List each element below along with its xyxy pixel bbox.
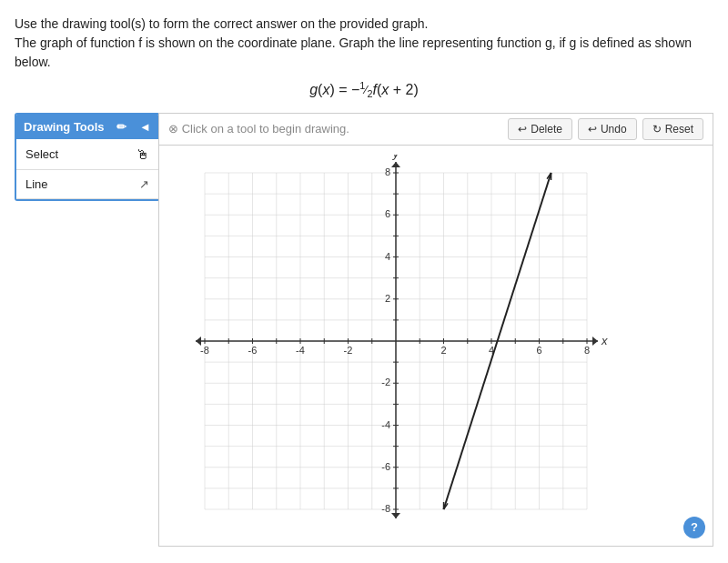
equation-display: g(x) = −1⁄2f(x + 2) — [309, 82, 419, 97]
pencil-icon: ✏ — [116, 120, 126, 134]
line-icon: ↗ — [139, 177, 149, 191]
toolbar-hint: ⊗ Click on a tool to begin drawing. — [168, 122, 502, 136]
collapse-icon[interactable]: ◄ — [139, 120, 151, 134]
graph-toolbar: ⊗ Click on a tool to begin drawing. ↩ De… — [158, 113, 713, 145]
line-tool-label: Line — [25, 177, 48, 191]
drawing-tools-title: Drawing Tools — [24, 120, 105, 134]
graph-area[interactable]: ? — [158, 145, 713, 547]
delete-icon: ↩ — [518, 123, 527, 136]
delete-button[interactable]: ↩ Delete — [508, 118, 572, 140]
line-tool[interactable]: Line ↗ — [16, 170, 158, 199]
reset-icon: ↻ — [652, 123, 662, 136]
drawing-tools-panel: Drawing Tools ✏ ◄ Select 🖱 Line ↗ — [15, 113, 160, 201]
drawing-tools-header: Drawing Tools ✏ ◄ — [16, 115, 158, 139]
undo-button[interactable]: ↩ Undo — [578, 118, 637, 140]
select-tool-label: Select — [25, 147, 58, 161]
coordinate-graph[interactable] — [168, 155, 614, 537]
instruction-line1: Use the drawing tool(s) to form the corr… — [15, 15, 713, 34]
instruction-line2: The graph of function f is shown on the … — [15, 34, 713, 72]
reset-button[interactable]: ↻ Reset — [642, 118, 703, 140]
cursor-icon: 🖱 — [136, 146, 149, 162]
circle-x-icon: ⊗ — [168, 122, 178, 136]
select-tool[interactable]: Select 🖱 — [16, 139, 158, 170]
help-button[interactable]: ? — [683, 517, 705, 538]
undo-icon: ↩ — [588, 123, 597, 136]
